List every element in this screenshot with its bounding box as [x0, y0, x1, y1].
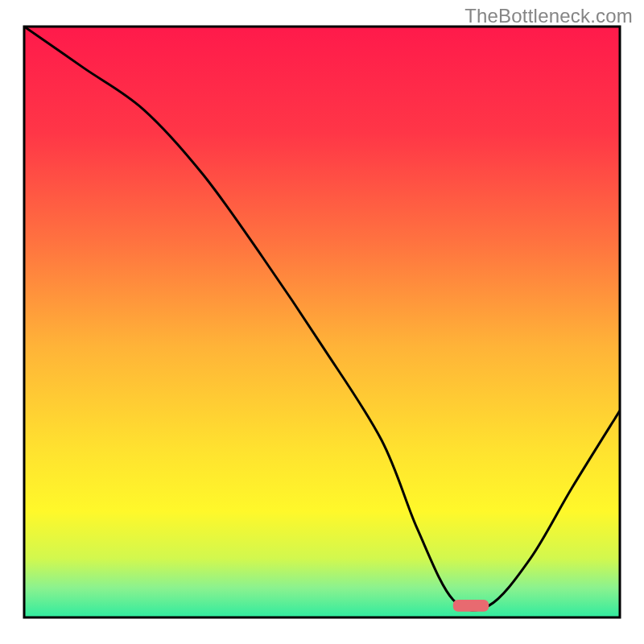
plot-background: [24, 27, 620, 617]
chart-container: TheBottleneck.com: [0, 0, 644, 644]
watermark-text: TheBottleneck.com: [464, 5, 633, 27]
optimal-marker: [453, 600, 489, 612]
bottleneck-chart: [0, 0, 644, 644]
